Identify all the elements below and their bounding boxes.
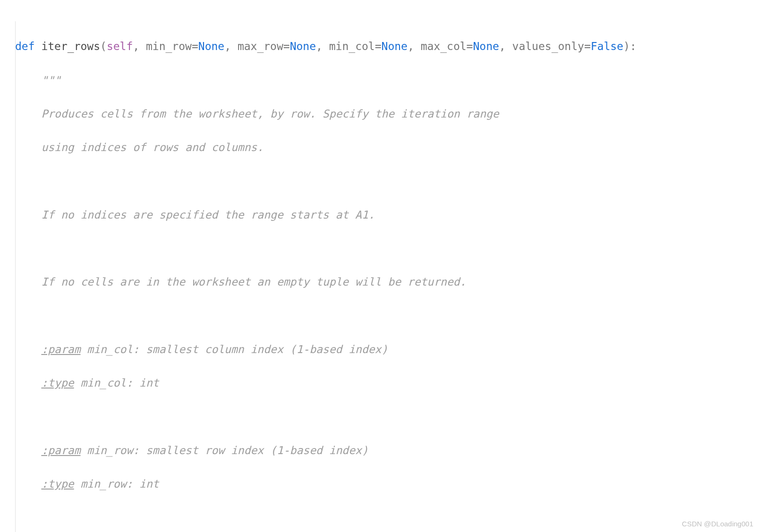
indent-guide <box>15 21 16 532</box>
keyword-def: def <box>15 40 35 52</box>
docstring-blank <box>15 173 758 190</box>
false-literal: False <box>591 40 623 52</box>
param-max-col: max_col <box>421 40 467 52</box>
docstring-param-min-row: :param min_row: smallest row index (1-ba… <box>15 442 758 459</box>
docstring-line: Produces cells from the worksheet, by ro… <box>15 106 758 123</box>
none-literal: None <box>290 40 316 52</box>
docstring-line: If no cells are in the worksheet an empt… <box>15 274 758 291</box>
docstring-blank <box>15 509 758 526</box>
function-name: iter_rows <box>41 40 100 52</box>
code-line-def: def iter_rows(self, min_row=None, max_ro… <box>15 38 758 55</box>
code-editor[interactable]: def iter_rows(self, min_row=None, max_ro… <box>0 0 758 532</box>
none-literal: None <box>473 40 499 52</box>
docstring-blank <box>15 408 758 425</box>
docstring-blank <box>15 240 758 257</box>
docstring-blank <box>15 308 758 325</box>
param-max-row: max_row <box>238 40 283 52</box>
docstring-line: using indices of rows and columns. <box>15 139 758 156</box>
watermark-label: CSDN @DLoading001 <box>682 518 753 529</box>
docstring-line: If no indices are specified the range st… <box>15 207 758 224</box>
docstring-open: """ <box>15 72 758 89</box>
docstring-type-min-col: :type min_col: int <box>15 375 758 392</box>
param-min-row: min_row <box>146 40 192 52</box>
param-values-only: values_only <box>512 40 584 52</box>
self-param: self <box>107 40 133 52</box>
docstring-param-min-col: :param min_col: smallest column index (1… <box>15 341 758 358</box>
docstring-type-min-row: :type min_row: int <box>15 476 758 493</box>
none-literal: None <box>382 40 408 52</box>
param-min-col: min_col <box>329 40 375 52</box>
none-literal: None <box>198 40 224 52</box>
